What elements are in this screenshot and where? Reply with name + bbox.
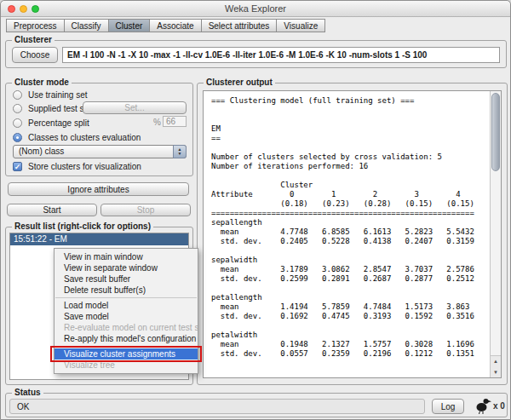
menu-item-re-evaluate-model: Re-evaluate model on current test set (55, 322, 198, 333)
weka-bird-icon (474, 396, 491, 415)
cluster-mode-group-label: Cluster mode (12, 78, 72, 87)
tab-associate[interactable]: Associate (149, 19, 200, 32)
classes-to-clusters-label: Classes to clusters evaluation (28, 133, 141, 142)
cluster-mode-group: Cluster mode Use training set Supplied t… (5, 83, 193, 176)
menu-item-view-in-separate-window[interactable]: View in separate window (55, 262, 198, 273)
clusterer-output-group: Clusterer output === Clustering model (f… (197, 83, 508, 385)
weka-process-counter: x 0 (493, 399, 505, 414)
use-training-set-option[interactable]: Use training set (13, 89, 87, 101)
clusterer-command-field[interactable]: EM -I 100 -N -1 -X 10 -max -1 -ll-cv 1.0… (62, 47, 500, 63)
result-context-menu: View in main window View in separate win… (54, 248, 198, 374)
store-clusters-label: Store clusters for visualization (28, 162, 141, 171)
status-message: OK (17, 400, 29, 414)
menu-item-visualize-cluster-assignments[interactable]: Visualize cluster assignments (55, 348, 198, 360)
percentage-split-field[interactable]: 66 (163, 116, 187, 127)
set-test-set-button[interactable]: Set... (83, 101, 187, 114)
choose-clusterer-button[interactable]: Choose (12, 47, 58, 63)
clusterer-group-label: Clusterer (12, 35, 55, 44)
percentage-split-radio[interactable] (13, 118, 22, 128)
menu-item-load-model[interactable]: Load model (55, 300, 198, 311)
clusterer-group: Clusterer Choose EM -I 100 -N -1 -X 10 -… (5, 40, 507, 68)
tab-bar: Preprocess Classify Cluster Associate Se… (6, 19, 325, 32)
menu-separator (55, 297, 197, 298)
titlebar[interactable]: Weka Explorer (1, 1, 510, 17)
status-group: Status OK Log x 0 (5, 393, 508, 417)
use-training-set-radio[interactable] (13, 90, 22, 100)
class-attribute-value: (Nom) class (19, 146, 64, 158)
ignore-attributes-button[interactable]: Ignore attributes (8, 182, 189, 196)
menu-item-save-result-buffer[interactable]: Save result buffer (55, 273, 198, 285)
scroll-down-button[interactable]: ▼ (491, 367, 501, 378)
status-message-panel: OK (9, 399, 425, 414)
percentage-split-option[interactable]: Percentage split (13, 118, 89, 129)
tab-cluster[interactable]: Cluster (108, 19, 150, 32)
clusterer-output-text: === Clustering model (full training set)… (204, 91, 490, 377)
weka-explorer-window: Weka Explorer Preprocess Classify Cluste… (0, 0, 511, 420)
scrollbar-thumb[interactable] (491, 93, 500, 171)
log-button[interactable]: Log (432, 399, 464, 414)
menu-item-re-apply-configuration[interactable]: Re-apply this model's configuration (55, 333, 198, 344)
percentage-split-label: Percentage split (28, 118, 89, 128)
supplied-test-set-label: Supplied test set (28, 104, 91, 113)
vertical-scrollbar[interactable]: ▲ ▼ (490, 91, 501, 377)
tab-visualize[interactable]: Visualize (276, 19, 325, 32)
result-list-group-label: Result list (right-click for options) (12, 222, 153, 231)
store-clusters-checkbox[interactable]: ✓ (13, 162, 22, 171)
supplied-test-set-radio[interactable] (13, 104, 22, 113)
store-clusters-option[interactable]: ✓ Store clusters for visualization (13, 161, 141, 172)
classes-to-clusters-option[interactable]: Classes to clusters evaluation (13, 132, 141, 143)
tab-preprocess[interactable]: Preprocess (6, 19, 64, 32)
menu-separator (55, 346, 197, 347)
menu-item-save-model[interactable]: Save model (55, 311, 198, 322)
status-group-label: Status (12, 388, 43, 397)
stop-button[interactable]: Stop (100, 204, 191, 216)
clusterer-output-area: === Clustering model (full training set)… (203, 90, 502, 378)
tab-classify[interactable]: Classify (64, 19, 108, 32)
menu-item-delete-result-buffer[interactable]: Delete result buffer(s) (55, 285, 198, 296)
window-title: Weka Explorer (1, 1, 510, 17)
clusterer-output-group-label: Clusterer output (204, 78, 275, 87)
menu-item-visualize-tree: Visualize tree (55, 360, 198, 371)
use-training-set-label: Use training set (28, 90, 87, 100)
menu-item-view-in-main-window[interactable]: View in main window (55, 251, 198, 262)
scrollbar-buttons: ▲ ▼ (491, 355, 501, 377)
result-list-item[interactable]: 15:51:22 - EM (10, 233, 188, 245)
percent-sign-label: % (153, 118, 161, 127)
scroll-up-button[interactable]: ▲ (491, 356, 501, 367)
supplied-test-set-option[interactable]: Supplied test set (13, 103, 91, 114)
combo-down-arrow-icon: ▼ (178, 152, 182, 156)
classes-to-clusters-radio[interactable] (13, 133, 22, 142)
start-button[interactable]: Start (7, 204, 97, 216)
tab-select-attributes[interactable]: Select attributes (201, 19, 277, 32)
class-attribute-dropdown[interactable]: (Nom) class ▲ ▼ (13, 145, 187, 158)
dropdown-arrows-icon: ▲ ▼ (173, 145, 187, 158)
